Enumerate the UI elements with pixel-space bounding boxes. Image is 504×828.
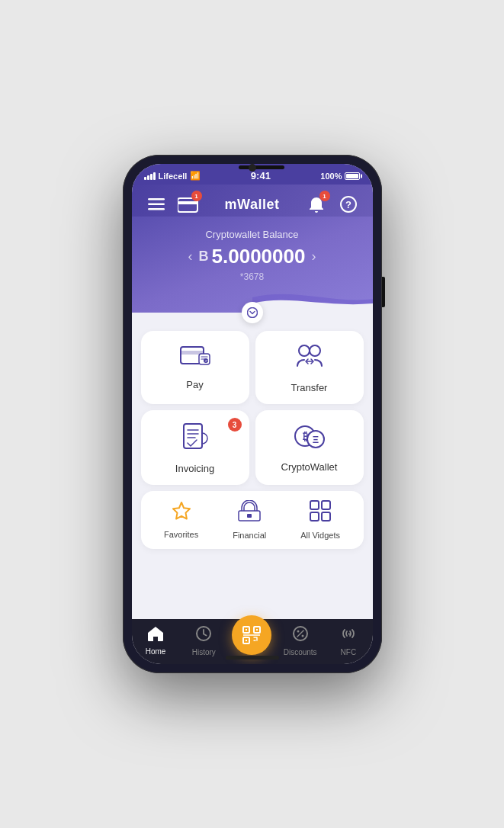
all-vidgets-widget[interactable]: All Vidgets <box>300 500 340 540</box>
speaker-top <box>239 165 284 169</box>
app-title: mWallet <box>225 197 280 213</box>
balance-next-button[interactable]: › <box>311 249 316 265</box>
svg-point-34 <box>297 631 299 633</box>
expand-button[interactable] <box>242 302 263 323</box>
nfc-icon <box>340 625 357 646</box>
header-left: 1 <box>144 192 201 217</box>
status-left: Lifecell 📶 <box>144 171 201 181</box>
transfer-card[interactable]: Transfer <box>255 331 364 404</box>
nav-discounts[interactable]: Discounts <box>281 625 320 656</box>
battery-fill <box>346 174 358 178</box>
speaker-bottom <box>226 656 279 660</box>
nav-scan[interactable] <box>232 627 271 655</box>
invoicing-card[interactable]: 3 Invoicing <box>141 410 249 485</box>
balance-prev-button[interactable]: ‹ <box>188 249 193 265</box>
svg-rect-24 <box>322 512 330 521</box>
balance-row: ‹ B 5.0000000 › <box>144 245 361 268</box>
favorites-icon <box>171 501 192 525</box>
discounts-icon <box>292 625 309 646</box>
svg-rect-23 <box>310 512 319 521</box>
wifi-icon: 📶 <box>190 171 201 181</box>
all-vidgets-label: All Vidgets <box>300 531 340 540</box>
svg-rect-31 <box>256 629 258 631</box>
nav-nfc-label: NFC <box>341 648 357 656</box>
cards-grid: Pay Transfer <box>141 331 364 485</box>
invoicing-label: Invoicing <box>175 463 214 474</box>
svg-rect-29 <box>246 629 247 631</box>
balance-amount: B 5.0000000 <box>199 245 306 268</box>
main-content: Pay Transfer <box>132 313 373 619</box>
all-vidgets-icon <box>310 500 331 526</box>
signal-icon <box>144 172 156 180</box>
transfer-icon <box>294 343 325 376</box>
nav-home-label: Home <box>146 647 166 656</box>
header-right: 1 ? <box>304 192 361 217</box>
svg-rect-30 <box>246 640 247 641</box>
svg-text:?: ? <box>345 199 352 210</box>
balance-section: Cryptowallet Balance ‹ B 5.0000000 › *36… <box>132 217 373 313</box>
battery-label: 100% <box>320 172 342 181</box>
svg-point-13 <box>310 345 320 356</box>
home-icon <box>147 626 164 645</box>
svg-rect-0 <box>148 198 165 201</box>
nav-nfc[interactable]: NFC <box>329 625 368 656</box>
nav-home[interactable]: Home <box>136 626 175 656</box>
svg-point-7 <box>247 308 257 318</box>
financial-icon <box>238 500 261 526</box>
svg-rect-14 <box>184 424 202 448</box>
app-header: 1 mWallet 1 ? <box>132 185 373 217</box>
pay-card[interactable]: Pay <box>141 331 249 404</box>
svg-rect-20 <box>247 514 252 518</box>
financial-widget[interactable]: Financial <box>233 500 266 540</box>
invoicing-icon <box>182 422 208 457</box>
favorites-widget[interactable]: Favorites <box>164 501 198 539</box>
pay-label: Pay <box>186 379 203 390</box>
cryptowallet-icon: ₿ Ξ <box>294 422 326 455</box>
pay-icon <box>180 343 210 373</box>
widget-row: Favorites Financial <box>141 491 364 549</box>
phone-screen: Lifecell 📶 9:41 100% <box>132 164 373 664</box>
svg-rect-22 <box>322 501 330 509</box>
cryptowallet-card[interactable]: ₿ Ξ CryptoWallet <box>255 410 364 485</box>
phone-device: Lifecell 📶 9:41 100% <box>123 155 382 673</box>
battery-icon <box>345 172 360 180</box>
camera <box>249 164 256 172</box>
balance-currency: B <box>199 249 209 265</box>
balance-value: 5.0000000 <box>212 245 306 268</box>
notification-badge: 1 <box>319 191 330 201</box>
svg-rect-21 <box>310 501 319 509</box>
carrier-label: Lifecell <box>159 172 188 181</box>
nav-history-label: History <box>192 648 216 656</box>
svg-point-11 <box>204 358 208 363</box>
svg-rect-1 <box>148 204 165 206</box>
nav-history[interactable]: History <box>184 625 223 656</box>
scan-button[interactable] <box>232 615 271 655</box>
status-right: 100% <box>320 172 360 181</box>
nav-discounts-label: Discounts <box>284 648 317 656</box>
svg-point-12 <box>299 345 310 356</box>
svg-text:Ξ: Ξ <box>312 434 318 445</box>
cryptowallet-label: CryptoWallet <box>281 461 338 473</box>
help-button[interactable]: ? <box>336 192 361 217</box>
svg-rect-4 <box>178 201 197 204</box>
svg-point-35 <box>301 635 303 637</box>
history-icon <box>195 625 212 646</box>
transfer-label: Transfer <box>291 382 328 393</box>
clock: 9:41 <box>251 170 271 181</box>
favorites-label: Favorites <box>164 530 198 539</box>
balance-account: *3678 <box>144 271 361 282</box>
power-button <box>382 277 385 307</box>
invoicing-badge: 3 <box>228 418 242 432</box>
notification-button[interactable]: 1 <box>304 192 329 217</box>
menu-button[interactable] <box>144 192 169 217</box>
wallet-card-button[interactable]: 1 <box>176 192 201 217</box>
card-badge: 1 <box>191 191 202 201</box>
balance-label: Cryptowallet Balance <box>144 229 361 240</box>
financial-label: Financial <box>233 531 266 540</box>
svg-rect-2 <box>148 208 165 210</box>
